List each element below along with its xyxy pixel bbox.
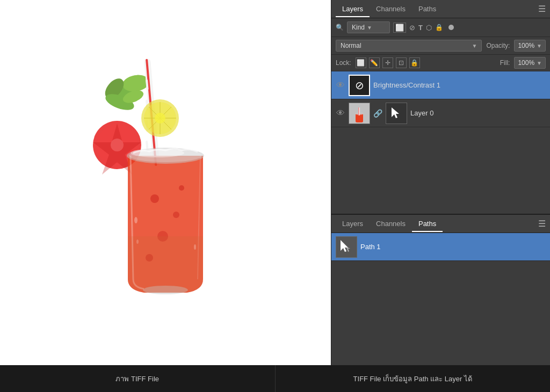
layer-item-0[interactable]: 👁 🔗 xyxy=(331,99,550,127)
layer-mask-svg xyxy=(388,105,404,121)
search-icon: 🔍 xyxy=(336,24,344,31)
layer-link-icon: 🔗 xyxy=(373,109,382,118)
bottom-right: TIFF File เก็บข้อมูล Path และ Layer ได้ xyxy=(276,365,551,392)
layer-thumb-svg xyxy=(349,103,370,124)
lock-position-button[interactable]: ✛ xyxy=(382,57,393,68)
tab-channels-bottom[interactable]: Channels xyxy=(370,216,412,232)
layer-mask-0 xyxy=(386,103,407,124)
blend-mode-label: Normal xyxy=(341,42,361,49)
svg-point-21 xyxy=(150,194,159,203)
layer-item-brightness[interactable]: 👁 ⊘ Brightness/Contrast 1 xyxy=(331,71,550,99)
layers-panel: Layers Channels Paths ☰ 🔍 Kind ▼ ⬜ ⊘ T ⬡… xyxy=(331,0,550,215)
tab-paths-bottom[interactable]: Paths xyxy=(412,216,443,232)
pixel-filter-icon[interactable]: ⬜ xyxy=(393,23,406,33)
lock-row: Lock: ⬜ ✏️ ✛ ⊡ 🔒 Fill: 100% ▼ xyxy=(331,55,550,71)
bottom-right-text: TIFF File เก็บข้อมูล Path และ Layer ได้ xyxy=(353,373,472,384)
svg-point-31 xyxy=(194,244,196,250)
shape-filter-icon[interactable]: ⬡ xyxy=(426,24,432,32)
canvas-image xyxy=(10,16,321,349)
paths-panel: Layers Channels Paths ☰ Path 1 xyxy=(331,215,550,365)
bottom-left: ภาพ TIFF File xyxy=(0,365,276,392)
lock-filter-icon[interactable]: 🔒 xyxy=(435,24,443,31)
panel-menu-icon-bottom[interactable]: ☰ xyxy=(538,219,546,229)
layer-name-brightness: Brightness/Contrast 1 xyxy=(373,81,440,89)
lock-icons: ⬜ ✏️ ✛ ⊡ 🔒 xyxy=(356,57,420,68)
svg-point-22 xyxy=(173,212,179,218)
lock-label: Lock: xyxy=(336,59,351,67)
path-item-1[interactable]: Path 1 xyxy=(331,233,550,261)
tab-paths-top[interactable]: Paths xyxy=(412,2,443,17)
opacity-value-text: 100% xyxy=(518,42,534,49)
adjustment-icon: ⊘ xyxy=(355,79,364,92)
tab-layers-bottom[interactable]: Layers xyxy=(336,216,370,232)
lock-all-button[interactable]: 🔒 xyxy=(409,57,420,68)
paths-panel-tabs: Layers Channels Paths ☰ xyxy=(331,215,550,233)
kind-dropdown[interactable]: Kind ▼ xyxy=(347,21,390,33)
lock-image-button[interactable]: ✏️ xyxy=(369,57,380,68)
svg-point-20 xyxy=(111,139,124,151)
lock-artboard-button[interactable]: ⊡ xyxy=(396,57,407,68)
opacity-label: Opacity: xyxy=(486,42,510,49)
svg-point-30 xyxy=(134,217,138,223)
svg-rect-36 xyxy=(359,107,359,115)
fill-value-text: 100% xyxy=(518,59,534,67)
tab-channels[interactable]: Channels xyxy=(370,2,412,17)
opacity-chevron: ▼ xyxy=(537,43,542,49)
blend-mode-dropdown[interactable]: Normal ▼ xyxy=(336,40,482,52)
bottom-bar: ภาพ TIFF File TIFF File เก็บข้อมูล Path … xyxy=(0,365,550,392)
lock-pixels-button[interactable]: ⬜ xyxy=(356,57,366,68)
fill-chevron: ▼ xyxy=(537,60,542,66)
layer-thumb-0 xyxy=(349,103,370,124)
layer-visibility-0[interactable]: 👁 xyxy=(336,108,345,118)
path-thumb-1 xyxy=(336,236,357,258)
right-panel: Layers Channels Paths ☰ 🔍 Kind ▼ ⬜ ⊘ T ⬡… xyxy=(331,0,550,365)
circle-filter-icon[interactable]: ⊘ xyxy=(409,24,415,32)
type-filter-icon[interactable]: T xyxy=(418,24,423,32)
path-name-1: Path 1 xyxy=(360,243,381,251)
layer-name-0: Layer 0 xyxy=(410,109,433,117)
filter-dot[interactable] xyxy=(448,25,454,30)
blend-mode-chevron: ▼ xyxy=(472,43,477,49)
filter-row: 🔍 Kind ▼ ⬜ ⊘ T ⬡ 🔒 xyxy=(331,18,550,37)
path-thumb-svg xyxy=(336,237,357,257)
fill-label: Fill: xyxy=(500,59,510,67)
blend-row: Normal ▼ Opacity: 100% ▼ xyxy=(331,37,550,55)
tab-layers[interactable]: Layers xyxy=(336,2,370,17)
layers-panel-tabs: Layers Channels Paths ☰ xyxy=(331,0,550,18)
svg-point-32 xyxy=(136,239,139,244)
drink-illustration xyxy=(74,48,257,317)
canvas-area xyxy=(0,0,331,365)
fill-input[interactable]: 100% ▼ xyxy=(514,57,546,69)
kind-dropdown-chevron: ▼ xyxy=(367,25,372,31)
layer-visibility-brightness[interactable]: 👁 xyxy=(336,81,345,90)
svg-point-25 xyxy=(179,185,184,191)
opacity-input[interactable]: 100% ▼ xyxy=(514,40,546,52)
panel-menu-icon-top[interactable]: ☰ xyxy=(538,4,546,14)
layer-thumb-brightness: ⊘ xyxy=(349,75,370,96)
svg-point-17 xyxy=(155,113,165,124)
bottom-left-text: ภาพ TIFF File xyxy=(115,373,159,384)
layers-list: 👁 ⊘ Brightness/Contrast 1 👁 xyxy=(331,71,550,214)
filter-icons: ⬜ ⊘ T ⬡ 🔒 xyxy=(393,23,454,33)
kind-dropdown-label: Kind xyxy=(352,24,365,31)
